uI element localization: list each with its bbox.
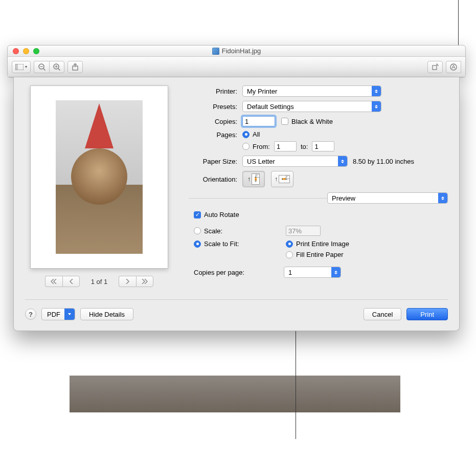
scale-input xyxy=(286,226,321,236)
pages-from-input[interactable] xyxy=(274,141,297,151)
dog-shape xyxy=(71,148,127,205)
hide-details-button[interactable]: Hide Details xyxy=(80,308,133,320)
pages-all-row[interactable]: All xyxy=(242,130,334,138)
copies-per-page-value: 1 xyxy=(288,269,292,276)
cancel-label: Cancel xyxy=(372,311,393,318)
paper-size-label: Paper Size: xyxy=(189,158,237,165)
pages-to-input[interactable] xyxy=(312,141,334,151)
window-title: FidoinHat.jpg xyxy=(8,47,465,55)
print-label: Print xyxy=(420,311,434,318)
scale-label: Scale: xyxy=(204,227,222,235)
black-white-label: Black & White xyxy=(291,118,333,125)
svg-rect-1 xyxy=(15,64,18,70)
print-entire-image-label: Print Entire Image xyxy=(296,240,349,248)
auto-rotate-label: Auto Rotate xyxy=(204,211,239,218)
divider xyxy=(189,198,327,199)
pages-label: Pages: xyxy=(189,130,237,139)
fill-entire-paper-radio[interactable] xyxy=(286,251,293,258)
zoom-in-button[interactable] xyxy=(49,61,64,73)
section-select-value: Preview xyxy=(332,194,355,202)
pages-from-label: From: xyxy=(253,143,270,150)
pages-all-label: All xyxy=(253,130,260,138)
next-page-button[interactable] xyxy=(119,276,136,287)
page-indicator: 1 of 1 xyxy=(91,278,108,286)
file-type-icon xyxy=(212,48,219,55)
orientation-label: Orientation: xyxy=(189,176,237,183)
svg-line-3 xyxy=(43,69,46,71)
chevrons-icon xyxy=(372,101,381,112)
pages-from-radio[interactable] xyxy=(242,143,250,150)
toolbar: ▾ xyxy=(8,57,465,77)
paper-size-value: US Letter xyxy=(247,158,275,165)
prev-page-button[interactable] xyxy=(62,276,80,287)
chevron-down-icon xyxy=(64,309,75,320)
chevrons-icon xyxy=(338,156,347,166)
scale-radio[interactable] xyxy=(194,227,201,234)
app-window: FidoinHat.jpg ▾ xyxy=(7,45,466,78)
sidebar-toggle-button[interactable]: ▾ xyxy=(12,61,31,73)
presets-label: Presets: xyxy=(189,103,237,111)
preview-image xyxy=(56,100,143,254)
printer-select[interactable]: My Printer xyxy=(242,85,381,97)
fill-entire-paper-label: Fill Entire Paper xyxy=(296,251,343,258)
copies-per-page-select[interactable]: 1 xyxy=(284,267,341,278)
print-button[interactable]: Print xyxy=(406,308,448,320)
pages-all-radio[interactable] xyxy=(242,131,250,138)
help-button[interactable]: ? xyxy=(25,309,36,320)
print-dialog: 1 of 1 Printer: My Prin xyxy=(13,77,460,331)
titlebar: FidoinHat.jpg xyxy=(8,46,465,57)
pdf-menu-button[interactable]: PDF xyxy=(41,308,75,320)
chevrons-icon xyxy=(438,193,447,203)
black-white-checkbox-row[interactable]: Black & White xyxy=(281,118,333,125)
first-page-button[interactable] xyxy=(45,276,62,287)
party-hat-shape xyxy=(85,103,114,148)
print-options-section-select[interactable]: Preview xyxy=(327,192,448,204)
hide-details-label: Hide Details xyxy=(89,311,125,318)
printer-label: Printer: xyxy=(189,87,237,95)
chevrons-icon xyxy=(372,86,381,96)
chevrons-icon xyxy=(331,267,341,277)
print-preview xyxy=(30,85,168,269)
pdf-label: PDF xyxy=(47,311,60,318)
print-entire-image-row[interactable]: Print Entire Image xyxy=(286,240,349,248)
scale-to-fit-row[interactable]: Scale to Fit: xyxy=(194,240,286,248)
last-page-button[interactable] xyxy=(136,276,153,287)
print-entire-image-radio[interactable] xyxy=(286,240,293,248)
printer-value: My Printer xyxy=(247,87,277,95)
orientation-portrait-button[interactable]: ↑ 🧍 xyxy=(242,171,265,187)
markup-button[interactable] xyxy=(446,61,461,73)
svg-line-6 xyxy=(58,69,60,71)
background-photo xyxy=(70,376,400,412)
callout-line xyxy=(296,326,296,439)
cancel-button[interactable]: Cancel xyxy=(364,308,401,320)
pages-to-label: to: xyxy=(301,143,308,150)
orientation-landscape-button[interactable]: ↑ 🧍 xyxy=(271,171,293,187)
copies-input[interactable] xyxy=(242,116,275,126)
presets-select[interactable]: Default Settings xyxy=(242,101,381,112)
filename-label: FidoinHat.jpg xyxy=(222,47,261,55)
zoom-out-button[interactable] xyxy=(34,61,49,73)
share-button[interactable] xyxy=(67,61,83,73)
auto-rotate-checkbox[interactable]: ✓ xyxy=(194,211,201,218)
auto-rotate-row[interactable]: ✓ Auto Rotate xyxy=(194,211,448,218)
rotate-button[interactable] xyxy=(427,61,443,73)
presets-value: Default Settings xyxy=(247,103,294,111)
svg-rect-11 xyxy=(433,65,437,70)
paper-size-select[interactable]: US Letter xyxy=(242,156,348,167)
fill-entire-paper-row[interactable]: Fill Entire Paper xyxy=(286,251,349,258)
paper-dimensions: 8.50 by 11.00 inches xyxy=(353,158,414,165)
scale-to-fit-radio[interactable] xyxy=(194,240,201,248)
scale-to-fit-label: Scale to Fit: xyxy=(204,240,239,248)
copies-label: Copies: xyxy=(189,118,237,125)
pages-from-row[interactable]: From: to: xyxy=(242,141,334,151)
scale-row[interactable]: Scale: xyxy=(194,227,286,235)
black-white-checkbox[interactable] xyxy=(281,118,288,125)
copies-per-page-label: Copies per page: xyxy=(194,269,284,276)
